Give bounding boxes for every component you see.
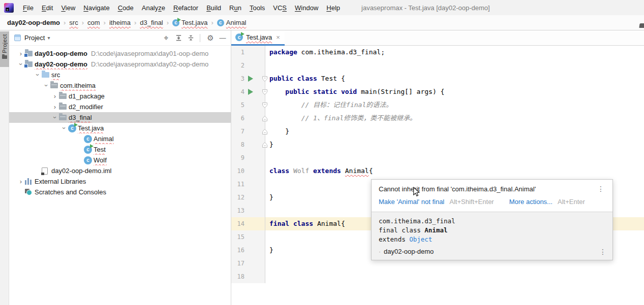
code-line-8[interactable]: 8} — [231, 138, 644, 151]
tree-row-animal[interactable]: cAnimal — [9, 133, 231, 144]
doc-module-row: · day02-oop-demo ⋮ — [372, 245, 612, 260]
tree-row-wolf[interactable]: cWolf — [9, 155, 231, 165]
menu-item-code[interactable]: Code — [114, 2, 138, 14]
module-file-icon — [42, 167, 48, 175]
run-gutter-icon[interactable] — [244, 76, 257, 82]
settings-icon[interactable]: ⚙ — [205, 33, 216, 43]
doc-extends: extends Object — [379, 235, 605, 244]
menu-item-navigate[interactable]: Navigate — [79, 2, 113, 14]
project-folder-icon — [25, 51, 33, 56]
error-popup: Cannot inherit from final 'com.itheima.d… — [371, 179, 613, 260]
menu-item-build[interactable]: Build — [202, 2, 225, 14]
doc-declaration: final class Animal — [379, 226, 605, 235]
project-view-selector[interactable]: Project — [24, 34, 45, 42]
folder-icon — [2, 55, 7, 59]
code-line-2[interactable]: 2 — [231, 59, 644, 72]
menu-item-view[interactable]: View — [57, 2, 79, 14]
breadcrumb-item-animal[interactable]: cAnimal — [217, 19, 247, 26]
tree-row-test[interactable]: cTest — [9, 144, 231, 155]
menu-item-refactor[interactable]: Refactor — [169, 2, 202, 14]
fold-marker-icon[interactable] — [262, 101, 268, 108]
breadcrumb-project[interactable]: day02-oop-demo — [7, 19, 60, 26]
fold-marker-icon[interactable] — [262, 128, 268, 134]
chevron-collapsed-icon[interactable]: › — [17, 178, 25, 185]
breadcrumb-item-src[interactable]: src — [69, 19, 78, 26]
close-icon[interactable]: × — [276, 33, 280, 41]
code-line-4[interactable]: 4 public static void main(String[] args)… — [231, 85, 644, 98]
breadcrumb-item-com[interactable]: com — [87, 19, 100, 26]
code-line-7[interactable]: 7 } — [231, 125, 644, 138]
tree-row-day02-oop-demo[interactable]: ›day02-oop-demoD:\code\javasepromax\day0… — [9, 59, 231, 70]
doc-object-link[interactable]: Object — [409, 235, 432, 243]
code-editor[interactable]: 1package com.itheima.d3_final;23public c… — [231, 46, 644, 305]
tree-row-d2-modifier[interactable]: ›d2_modifier — [9, 101, 231, 112]
code-line-18[interactable]: 18 — [231, 270, 644, 283]
hide-panel-icon[interactable]: — — [218, 33, 228, 43]
code-line-1[interactable]: 1package com.itheima.d3_final; — [231, 46, 644, 59]
tree-row-day01-oop-demo[interactable]: ›day01-oop-demoD:\code\javasepromax\day0… — [9, 48, 231, 59]
menu-item-run[interactable]: Run — [225, 2, 246, 14]
fold-marker-icon[interactable] — [262, 88, 268, 95]
tree-row-com-itheima[interactable]: ›com.itheima — [9, 80, 231, 91]
editor-gutter: 12 — [231, 191, 265, 204]
breadcrumb-item-d3-final[interactable]: d3_final — [140, 19, 163, 26]
chevron-expanded-icon[interactable]: › — [52, 114, 58, 122]
tree-row-d3-final[interactable]: ›d3_final — [9, 112, 231, 123]
chevron-expanded-icon[interactable]: › — [61, 124, 68, 132]
chevron-expanded-icon[interactable]: › — [18, 60, 24, 69]
menu-item-analyze[interactable]: Analyze — [138, 2, 169, 14]
editor-gutter: 6 — [231, 112, 265, 125]
menu-item-window[interactable]: Window — [291, 2, 322, 14]
tree-row-scratches-and-consoles[interactable]: Scratches and Consoles — [9, 187, 231, 197]
tree-row-test-java[interactable]: ›cTest.java — [9, 123, 231, 133]
run-gutter-icon[interactable] — [244, 89, 257, 95]
locate-file-icon[interactable]: ⌖ — [161, 33, 171, 43]
code-line-3[interactable]: 3public class Test { — [231, 72, 644, 85]
fold-marker-icon[interactable] — [262, 115, 268, 121]
chevron-collapsed-icon[interactable]: › — [51, 104, 59, 110]
scratches-icon — [25, 189, 32, 195]
fold-marker-icon[interactable] — [262, 141, 268, 148]
tree-row-day02-oop-demo-iml[interactable]: day02-oop-demo.iml — [9, 165, 231, 176]
left-tool-stripe: Project — [0, 30, 9, 305]
fold-marker-icon[interactable] — [262, 75, 268, 82]
expand-all-icon[interactable] — [173, 33, 183, 43]
line-number: 12 — [231, 194, 244, 201]
code-text: public static void main(String[] args) { — [265, 85, 644, 98]
chevron-collapsed-icon[interactable]: › — [51, 93, 59, 99]
class-run-icon: c — [68, 124, 76, 132]
breadcrumb-separator-icon: › — [211, 19, 213, 26]
chevron-expanded-icon[interactable]: › — [43, 82, 50, 90]
menu-item-edit[interactable]: Edit — [38, 2, 57, 14]
breadcrumb-item-test-java[interactable]: cTest.java — [172, 19, 207, 26]
tree-row-src[interactable]: ›src — [9, 70, 231, 80]
code-line-5[interactable]: 5 // 目标：记住final的语法。 — [231, 98, 644, 112]
editor-gutter: 5 — [231, 98, 265, 112]
line-number: 17 — [231, 260, 244, 267]
menu-item-file[interactable]: File — [19, 2, 38, 14]
tree-row-external-libraries[interactable]: ›External Libraries — [9, 176, 231, 187]
chevron-expanded-icon[interactable]: › — [35, 71, 41, 79]
breadcrumb-label: Test.java — [181, 19, 207, 26]
breadcrumb-item-itheima[interactable]: itheima — [109, 19, 131, 26]
line-number: 18 — [231, 273, 244, 280]
code-line-10[interactable]: 10class Wolf extends Animal{ — [231, 164, 644, 178]
tab-test-java[interactable]: c Test.java × — [231, 30, 285, 46]
breadcrumb-separator-icon: › — [134, 19, 136, 26]
quickfix-link[interactable]: Make 'Animal' not final — [379, 198, 444, 206]
tree-row-d1-package[interactable]: ›d1_package — [9, 91, 231, 101]
class-icon: c — [84, 135, 92, 143]
menu-item-help[interactable]: Help — [322, 2, 344, 14]
editor-gutter: 8 — [231, 138, 265, 151]
more-actions-link[interactable]: More actions... — [509, 198, 553, 206]
kebab-menu-icon[interactable]: ⋮ — [596, 185, 605, 192]
menu-item-vcs[interactable]: VCS — [269, 2, 291, 14]
code-line-9[interactable]: 9 — [231, 151, 644, 164]
token — [269, 101, 301, 109]
menu-item-tools[interactable]: Tools — [246, 2, 269, 14]
token: package — [269, 48, 297, 56]
code-line-6[interactable]: 6 // 1、final修饰类，类不能被继承。 — [231, 112, 644, 125]
collapse-all-icon[interactable] — [186, 33, 196, 43]
kebab-menu-icon[interactable]: ⋮ — [598, 248, 607, 255]
project-stripe-button[interactable]: Project — [0, 31, 9, 67]
